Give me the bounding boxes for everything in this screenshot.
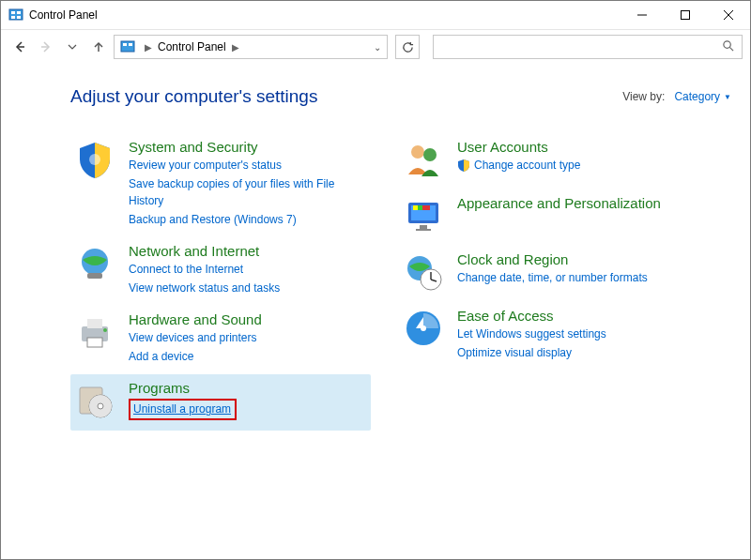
category-title[interactable]: Hardware and Sound xyxy=(129,311,262,327)
back-button[interactable] xyxy=(8,36,31,58)
category-ease-of-access[interactable]: Ease of Access Let Windows suggest setti… xyxy=(399,302,690,371)
navigation-bar: ▶ Control Panel ▶ ⌄ xyxy=(1,30,750,64)
category-link[interactable]: Backup and Restore (Windows 7) xyxy=(129,211,367,228)
category-appearance[interactable]: Appearance and Personalization xyxy=(399,189,690,246)
address-bar[interactable]: ▶ Control Panel ▶ ⌄ xyxy=(114,35,388,59)
view-by-label: View by: xyxy=(622,90,665,103)
uac-shield-icon xyxy=(457,159,470,172)
people-icon xyxy=(403,139,444,180)
category-link[interactable]: View network status and tasks xyxy=(129,280,280,296)
category-link[interactable]: View devices and printers xyxy=(129,329,262,346)
view-by-dropdown[interactable]: Category ▼ xyxy=(674,90,731,103)
control-panel-icon xyxy=(120,39,135,54)
search-box[interactable] xyxy=(433,35,743,59)
refresh-button[interactable] xyxy=(395,35,420,59)
control-panel-window: Control Panel ▶ Control Panel ▶ ⌄ xyxy=(0,0,751,560)
svg-point-15 xyxy=(724,41,730,48)
category-network-internet[interactable]: Network and Internet Connect to the Inte… xyxy=(70,237,371,306)
category-title[interactable]: User Accounts xyxy=(457,139,580,155)
globe-icon xyxy=(74,243,115,284)
category-title[interactable]: System and Security xyxy=(129,139,367,155)
category-link[interactable]: Change account type xyxy=(474,157,580,174)
category-title[interactable]: Ease of Access xyxy=(457,308,606,324)
category-link[interactable]: Save backup copies of your files with Fi… xyxy=(129,175,367,209)
category-columns: System and Security Review your computer… xyxy=(70,133,731,431)
printer-icon xyxy=(74,311,115,353)
search-icon xyxy=(714,39,742,54)
breadcrumb-separator-icon[interactable]: ▶ xyxy=(228,42,243,53)
category-link[interactable]: Add a device xyxy=(129,348,262,365)
recent-locations-button[interactable] xyxy=(61,36,84,58)
category-clock-region[interactable]: Clock and Region Change date, time, or n… xyxy=(399,246,690,302)
category-link[interactable]: Connect to the Internet xyxy=(129,261,280,278)
svg-rect-13 xyxy=(123,43,127,46)
category-link[interactable]: Review your computer's status xyxy=(129,157,367,174)
control-panel-icon xyxy=(8,8,23,23)
shield-icon xyxy=(74,139,115,180)
content-area: Adjust your computer's settings View by:… xyxy=(1,64,750,559)
svg-point-29 xyxy=(423,148,437,161)
svg-rect-19 xyxy=(87,273,102,279)
right-column: User Accounts Change account type xyxy=(399,133,690,431)
category-title[interactable]: Clock and Region xyxy=(457,251,648,267)
category-title[interactable]: Programs xyxy=(129,380,237,396)
breadcrumb-separator-icon[interactable]: ▶ xyxy=(141,42,156,53)
svg-rect-34 xyxy=(418,205,422,210)
svg-rect-6 xyxy=(682,11,690,20)
left-column: System and Security Review your computer… xyxy=(70,133,371,431)
minimize-button[interactable] xyxy=(621,1,664,29)
titlebar: Control Panel xyxy=(1,1,750,30)
clock-globe-icon xyxy=(403,251,444,293)
svg-rect-4 xyxy=(17,16,21,19)
svg-rect-12 xyxy=(121,41,134,52)
view-by-control: View by: Category ▼ xyxy=(622,90,731,103)
svg-rect-21 xyxy=(87,319,102,328)
chevron-down-icon: ▼ xyxy=(724,93,731,101)
category-link-uninstall[interactable]: Uninstall a program xyxy=(133,402,231,416)
category-system-security[interactable]: System and Security Review your computer… xyxy=(70,133,371,237)
category-programs[interactable]: Programs Uninstall a program xyxy=(70,374,371,431)
svg-rect-3 xyxy=(11,16,15,19)
disc-icon xyxy=(74,380,115,421)
svg-rect-2 xyxy=(17,11,21,14)
svg-point-28 xyxy=(411,145,424,159)
category-user-accounts[interactable]: User Accounts Change account type xyxy=(399,133,690,189)
category-title[interactable]: Appearance and Personalization xyxy=(457,195,661,211)
content-header: Adjust your computer's settings View by:… xyxy=(70,86,731,107)
svg-rect-22 xyxy=(87,338,102,347)
svg-line-16 xyxy=(729,47,733,51)
category-link[interactable]: Change date, time, or number formats xyxy=(457,269,648,286)
page-heading: Adjust your computer's settings xyxy=(70,86,317,107)
maximize-button[interactable] xyxy=(664,1,707,29)
category-link[interactable]: Let Windows suggest settings xyxy=(457,325,606,342)
category-title[interactable]: Network and Internet xyxy=(129,243,280,259)
svg-point-23 xyxy=(103,328,107,332)
ease-of-access-icon xyxy=(403,308,444,349)
svg-point-27 xyxy=(98,403,103,409)
svg-rect-35 xyxy=(420,225,427,229)
address-history-dropdown[interactable]: ⌄ xyxy=(368,42,387,53)
highlight-annotation: Uninstall a program xyxy=(129,399,237,420)
category-link[interactable]: Optimize visual display xyxy=(457,344,606,361)
category-hardware-sound[interactable]: Hardware and Sound View devices and prin… xyxy=(70,306,371,374)
svg-rect-1 xyxy=(11,11,15,14)
svg-point-42 xyxy=(421,325,426,331)
svg-rect-36 xyxy=(416,229,431,231)
window-title: Control Panel xyxy=(29,8,98,22)
forward-button[interactable] xyxy=(35,36,57,58)
svg-rect-33 xyxy=(413,205,418,210)
monitor-icon xyxy=(403,195,444,236)
view-by-value: Category xyxy=(674,90,720,103)
svg-rect-14 xyxy=(129,43,132,46)
breadcrumb-root[interactable]: Control Panel xyxy=(156,40,228,53)
up-button[interactable] xyxy=(87,36,110,58)
svg-point-17 xyxy=(89,154,100,165)
close-button[interactable] xyxy=(707,1,750,29)
